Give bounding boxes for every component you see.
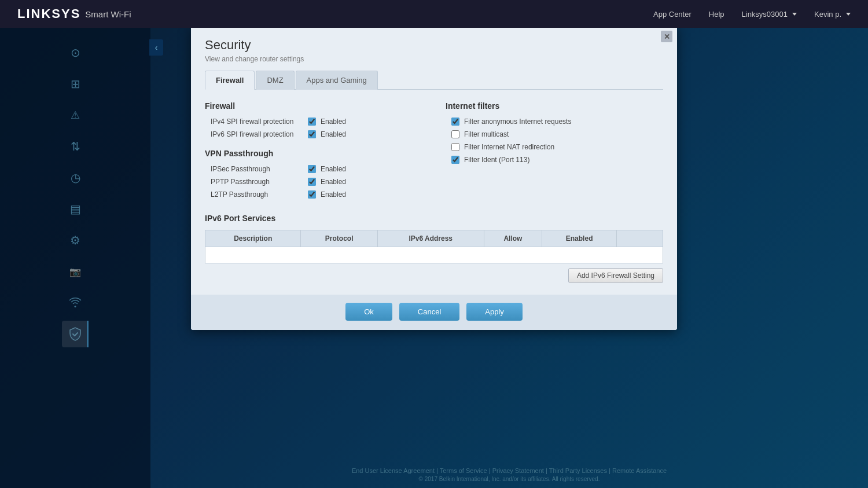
- firewall-two-col: Firewall IPv4 SPI firewall protection En…: [205, 101, 663, 203]
- modal-overlay: ✕ Security View and change router settin…: [0, 0, 868, 488]
- user-name: Kevin p.: [814, 10, 841, 19]
- modal-body: Firewall IPv4 SPI firewall protection En…: [191, 90, 677, 295]
- user-menu[interactable]: Kevin p.: [814, 10, 851, 19]
- pptp-enabled-label: Enabled: [321, 178, 346, 186]
- l2tp-enabled-label: Enabled: [321, 190, 346, 199]
- ipv6-table: Description Protocol IPv6 Address Allow …: [205, 230, 663, 263]
- modal-footer: Ok Cancel Apply: [191, 295, 677, 330]
- tabs: Firewall DMZ Apps and Gaming: [205, 70, 663, 90]
- firewall-section-title: Firewall: [205, 101, 422, 111]
- modal-title: Security: [205, 38, 663, 53]
- sidebar-toggle[interactable]: ‹: [149, 39, 163, 56]
- pptp-row: PPTP Passthrough Enabled: [205, 178, 422, 186]
- security-modal: ✕ Security View and change router settin…: [191, 26, 677, 330]
- ok-button[interactable]: Ok: [345, 303, 392, 321]
- device-selector[interactable]: Linksys03001: [742, 10, 797, 19]
- filter-multicast-checkbox[interactable]: [451, 130, 459, 138]
- brand-name: LINKSYS: [17, 6, 80, 21]
- ipv6-enabled-label: Enabled: [321, 130, 346, 138]
- left-column: Firewall IPv4 SPI firewall protection En…: [205, 101, 422, 203]
- ipsec-row: IPSec Passthrough Enabled: [205, 165, 422, 173]
- filter-nat-checkbox[interactable]: [451, 143, 459, 151]
- ipv6-label: IPv6 SPI firewall protection: [211, 130, 303, 138]
- tabs-container: Firewall DMZ Apps and Gaming: [191, 70, 677, 90]
- cancel-button[interactable]: Cancel: [399, 303, 459, 321]
- col-protocol: Protocol: [301, 230, 377, 247]
- right-column: Internet filters Filter anonymous Intern…: [446, 101, 663, 203]
- help-link[interactable]: Help: [709, 10, 724, 19]
- pptp-checkbox[interactable]: [308, 178, 316, 186]
- col-ipv6-address: IPv6 Address: [377, 230, 484, 247]
- ipsec-checkbox[interactable]: [308, 165, 316, 173]
- vpn-section: VPN Passthrough IPSec Passthrough Enable…: [205, 149, 422, 199]
- l2tp-label: L2TP Passthrough: [211, 190, 303, 199]
- filter-anon-row: Filter anonymous Internet requests: [446, 118, 663, 126]
- close-icon: ✕: [664, 32, 670, 41]
- ipv6-section-title: IPv6 Port Services: [205, 214, 663, 223]
- col-description: Description: [205, 230, 301, 247]
- tab-firewall[interactable]: Firewall: [205, 71, 255, 90]
- filter-ident-checkbox[interactable]: [451, 156, 459, 164]
- filter-nat-label: Filter Internet NAT redirection: [464, 143, 554, 151]
- filter-ident-row: Filter Ident (Port 113): [446, 156, 663, 164]
- filter-nat-row: Filter Internet NAT redirection: [446, 143, 663, 151]
- col-actions: [617, 230, 663, 247]
- tab-apps-gaming[interactable]: Apps and Gaming: [296, 71, 378, 90]
- internet-filters-section: Internet filters Filter anonymous Intern…: [446, 101, 663, 164]
- pptp-label: PPTP Passthrough: [211, 178, 303, 186]
- vpn-section-title: VPN Passthrough: [205, 149, 422, 158]
- ipv6-section: IPv6 Port Services Description Protocol …: [205, 214, 663, 283]
- user-chevron-icon: [846, 13, 851, 16]
- ipv6-firewall-row: IPv6 SPI firewall protection Enabled: [205, 130, 422, 138]
- tab-dmz[interactable]: DMZ: [256, 71, 294, 90]
- add-ipv6-button[interactable]: Add IPv6 Firewall Setting: [568, 268, 663, 283]
- logo: LINKSYS Smart Wi-Fi: [17, 6, 131, 21]
- internet-filters-title: Internet filters: [446, 101, 663, 111]
- filter-multicast-row: Filter multicast: [446, 130, 663, 138]
- filter-anon-checkbox[interactable]: [451, 118, 459, 126]
- add-ipv6-container: Add IPv6 Firewall Setting: [205, 263, 663, 283]
- ipsec-enabled-label: Enabled: [321, 165, 346, 173]
- l2tp-checkbox[interactable]: [308, 190, 316, 199]
- table-empty-row: [205, 247, 663, 263]
- modal-subtitle: View and change router settings: [205, 55, 663, 63]
- ipv6-checkbox[interactable]: [308, 130, 316, 138]
- ipv4-label: IPv4 SPI firewall protection: [211, 118, 303, 126]
- modal-close-button[interactable]: ✕: [661, 31, 672, 42]
- filter-multicast-label: Filter multicast: [464, 130, 509, 138]
- ipsec-label: IPSec Passthrough: [211, 165, 303, 173]
- device-chevron-icon: [792, 13, 797, 16]
- filter-ident-label: Filter Ident (Port 113): [464, 156, 529, 164]
- ipv4-enabled-label: Enabled: [321, 118, 346, 126]
- filter-anon-label: Filter anonymous Internet requests: [464, 118, 571, 126]
- ipv4-row: IPv4 SPI firewall protection Enabled: [205, 118, 422, 126]
- apply-button[interactable]: Apply: [466, 303, 523, 321]
- modal-header: Security View and change router settings: [191, 26, 677, 70]
- app-subtitle: Smart Wi-Fi: [85, 9, 131, 19]
- nav-links: App Center Help Linksys03001 Kevin p.: [653, 10, 851, 19]
- top-navigation: LINKSYS Smart Wi-Fi App Center Help Link…: [0, 0, 868, 28]
- firewall-section: Firewall IPv4 SPI firewall protection En…: [205, 101, 422, 138]
- col-enabled: Enabled: [542, 230, 617, 247]
- app-center-link[interactable]: App Center: [653, 10, 692, 19]
- l2tp-row: L2TP Passthrough Enabled: [205, 190, 422, 199]
- ipv4-checkbox[interactable]: [308, 118, 316, 126]
- device-name: Linksys03001: [742, 10, 788, 19]
- col-allow: Allow: [484, 230, 542, 247]
